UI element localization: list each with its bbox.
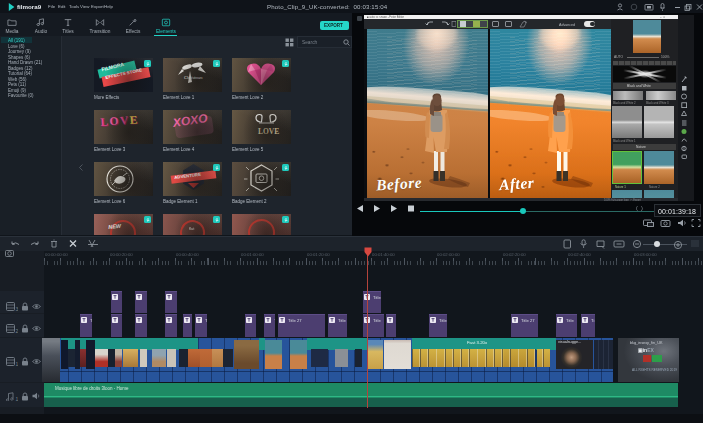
svg-text:1: 1	[16, 361, 19, 367]
svg-text:1: 1	[16, 395, 19, 401]
svg-text:2: 2	[16, 327, 19, 333]
svg-text:3: 3	[16, 306, 19, 312]
